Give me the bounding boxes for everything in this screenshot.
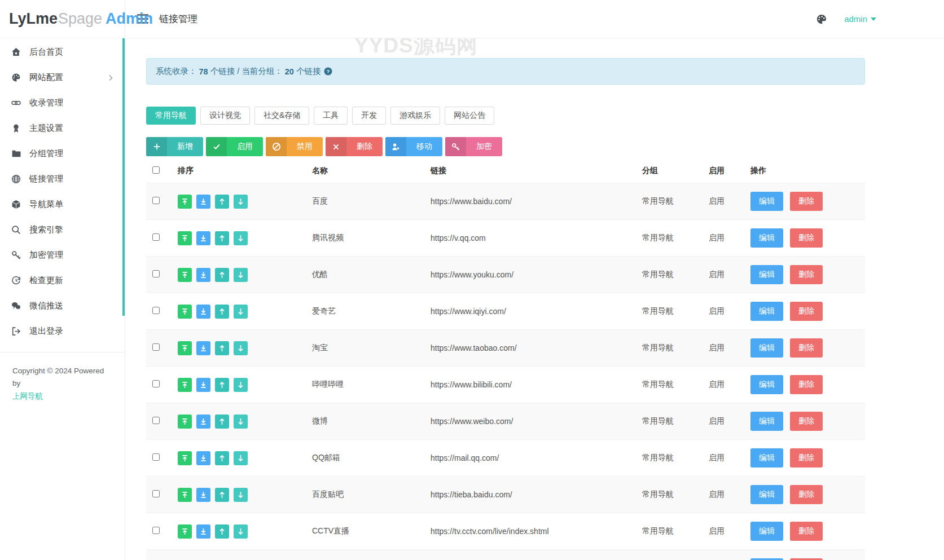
move-top-button[interactable]	[178, 195, 192, 209]
move-up-button[interactable]	[215, 378, 229, 392]
move-down-button[interactable]	[234, 341, 248, 355]
group-tab[interactable]: 网站公告	[445, 107, 494, 125]
row-checkbox[interactable]	[152, 453, 160, 461]
move-top-button[interactable]	[178, 341, 192, 355]
toolbar-button[interactable]: 新增	[146, 137, 203, 156]
sidebar-scrollbar[interactable]	[122, 38, 125, 316]
sidebar-item[interactable]: 网站配置	[0, 65, 125, 90]
sidebar-item[interactable]: 加密管理	[0, 242, 125, 268]
move-down-button[interactable]	[234, 268, 248, 282]
toolbar-button[interactable]: 禁用	[266, 137, 323, 156]
edit-button[interactable]: 编辑	[750, 375, 783, 394]
move-down-button[interactable]	[234, 378, 248, 392]
move-bottom-button[interactable]	[196, 195, 210, 209]
row-checkbox[interactable]	[152, 270, 160, 277]
sidebar-item[interactable]: 搜索引擎	[0, 217, 125, 242]
move-down-button[interactable]	[234, 305, 248, 319]
group-tab[interactable]: 工具	[314, 107, 348, 125]
delete-button[interactable]: 删除	[790, 522, 823, 541]
toolbar-button[interactable]: 移动	[385, 137, 442, 156]
move-up-button[interactable]	[215, 524, 229, 539]
sidebar-item[interactable]: 微信推送	[0, 293, 125, 319]
group-tab[interactable]: 开发	[352, 107, 386, 125]
move-up-button[interactable]	[215, 268, 229, 282]
sidebar-item[interactable]: 收录管理	[0, 90, 125, 116]
delete-button[interactable]: 删除	[790, 338, 823, 358]
move-up-button[interactable]	[215, 415, 229, 429]
toolbar-button[interactable]: 加密	[445, 137, 502, 156]
delete-button[interactable]: 删除	[790, 302, 823, 321]
group-tab[interactable]: 社交&存储	[254, 107, 309, 125]
delete-button[interactable]: 删除	[790, 192, 823, 211]
delete-button[interactable]: 删除	[790, 485, 823, 504]
sidebar-item[interactable]: 导航菜单	[0, 192, 125, 217]
copyright-link[interactable]: 上网导航	[12, 390, 43, 403]
edit-button[interactable]: 编辑	[750, 412, 783, 431]
move-top-button[interactable]	[178, 231, 192, 245]
move-top-button[interactable]	[178, 378, 192, 392]
move-down-button[interactable]	[234, 451, 248, 465]
toolbar-button[interactable]: 删除	[326, 137, 383, 156]
row-checkbox[interactable]	[152, 343, 160, 351]
move-up-button[interactable]	[215, 195, 229, 209]
sidebar-item[interactable]: 后台首页	[0, 39, 125, 65]
user-dropdown[interactable]: admin	[844, 14, 876, 24]
sidebar-item[interactable]: 主题设置	[0, 116, 125, 141]
sidebar-item[interactable]: 检查更新	[0, 268, 125, 293]
delete-button[interactable]: 删除	[790, 228, 823, 248]
move-bottom-button[interactable]	[196, 451, 210, 465]
move-top-button[interactable]	[178, 415, 192, 429]
edit-button[interactable]: 编辑	[750, 302, 783, 321]
select-all-checkbox[interactable]	[152, 166, 160, 174]
row-checkbox[interactable]	[152, 527, 160, 534]
sidebar-item[interactable]: 链接管理	[0, 166, 125, 192]
move-up-button[interactable]	[215, 341, 229, 355]
theme-palette-icon[interactable]	[816, 14, 827, 25]
row-checkbox[interactable]	[152, 490, 160, 497]
move-down-button[interactable]	[234, 488, 248, 502]
edit-button[interactable]: 编辑	[750, 522, 783, 541]
move-up-button[interactable]	[215, 305, 229, 319]
move-bottom-button[interactable]	[196, 524, 210, 539]
edit-button[interactable]: 编辑	[750, 448, 783, 468]
toolbar-button[interactable]: 启用	[206, 137, 263, 156]
sidebar-item[interactable]: 分组管理	[0, 141, 125, 166]
group-tab[interactable]: 常用导航	[146, 107, 196, 125]
delete-button[interactable]: 删除	[790, 448, 823, 468]
help-question-icon[interactable]: ?	[324, 67, 332, 76]
row-checkbox[interactable]	[152, 233, 160, 241]
row-checkbox[interactable]	[152, 197, 160, 204]
edit-button[interactable]: 编辑	[750, 338, 783, 358]
move-bottom-button[interactable]	[196, 305, 210, 319]
move-top-button[interactable]	[178, 268, 192, 282]
group-tab[interactable]: 游戏娱乐	[390, 107, 440, 125]
delete-button[interactable]: 删除	[790, 412, 823, 431]
group-tab[interactable]: 设计视觉	[200, 107, 250, 125]
move-bottom-button[interactable]	[196, 378, 210, 392]
move-up-button[interactable]	[215, 231, 229, 245]
move-down-button[interactable]	[234, 524, 248, 539]
delete-button[interactable]: 删除	[790, 265, 823, 284]
move-bottom-button[interactable]	[196, 231, 210, 245]
move-top-button[interactable]	[178, 524, 192, 539]
move-bottom-button[interactable]	[196, 268, 210, 282]
edit-button[interactable]: 编辑	[750, 485, 783, 504]
move-down-button[interactable]	[234, 415, 248, 429]
move-down-button[interactable]	[234, 195, 248, 209]
edit-button[interactable]: 编辑	[750, 265, 783, 284]
move-top-button[interactable]	[178, 305, 192, 319]
move-down-button[interactable]	[234, 231, 248, 245]
row-checkbox[interactable]	[152, 307, 160, 314]
delete-button[interactable]: 删除	[790, 375, 823, 394]
move-bottom-button[interactable]	[196, 341, 210, 355]
row-checkbox[interactable]	[152, 417, 160, 424]
edit-button[interactable]: 编辑	[750, 228, 783, 248]
sidebar-item[interactable]: 退出登录	[0, 319, 125, 344]
row-checkbox[interactable]	[152, 380, 160, 387]
move-top-button[interactable]	[178, 451, 192, 465]
move-up-button[interactable]	[215, 451, 229, 465]
move-bottom-button[interactable]	[196, 488, 210, 502]
move-up-button[interactable]	[215, 488, 229, 502]
move-bottom-button[interactable]	[196, 415, 210, 429]
move-top-button[interactable]	[178, 488, 192, 502]
